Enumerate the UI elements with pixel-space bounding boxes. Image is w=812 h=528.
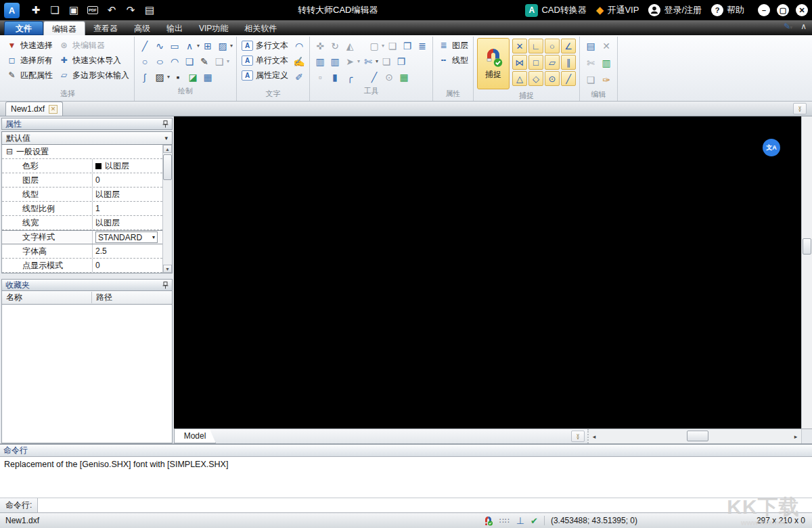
cad-converter-button[interactable]: A CAD转换器: [525, 4, 586, 17]
print-button[interactable]: ▤: [140, 2, 159, 18]
property-row-color[interactable]: 色彩 以图层: [2, 159, 162, 173]
vertical-scrollbar[interactable]: [801, 116, 812, 428]
login-button[interactable]: 登录/注册: [648, 4, 702, 16]
model-tab[interactable]: Model: [174, 429, 216, 443]
mtext-button[interactable]: A多行文本: [240, 38, 290, 53]
property-row-lineweight[interactable]: 线宽 以图层: [2, 216, 162, 230]
pin-icon[interactable]: [162, 282, 168, 289]
property-row-layer[interactable]: 图层 0: [2, 173, 162, 188]
vip-button[interactable]: ◆ 开通VIP: [596, 4, 639, 16]
trim-dropdown[interactable]: ▾: [376, 58, 378, 64]
scroll-left-icon[interactable]: ◂: [589, 433, 600, 440]
file-menu-button[interactable]: 文件: [4, 21, 43, 35]
pin-icon[interactable]: [162, 120, 168, 128]
arc-tool-button[interactable]: ◠: [168, 55, 181, 68]
property-row-point-mode[interactable]: 点显示模式 0: [2, 259, 162, 273]
snap-tangent-button[interactable]: ⊙: [545, 71, 560, 86]
match-properties-button[interactable]: ✎匹配属性: [5, 68, 54, 83]
sketch-tool-button[interactable]: ∿: [153, 39, 166, 53]
horizontal-scroll-thumb[interactable]: [687, 431, 708, 441]
hatch-tool-button[interactable]: ▨: [153, 70, 166, 84]
snap-angle-button[interactable]: ∠: [561, 39, 576, 53]
layout-chevron-button[interactable]: ∨∨: [571, 431, 585, 442]
tab-editor[interactable]: 编辑器: [43, 21, 85, 35]
line-tool-button[interactable]: ╱: [138, 39, 152, 53]
paste-button[interactable]: ▤: [584, 39, 597, 53]
tab-vip[interactable]: VIP功能: [191, 21, 236, 35]
polygon-entity-input-button[interactable]: ▱多边形实体输入: [57, 68, 131, 83]
rectangle-tool-button[interactable]: ▭: [168, 39, 181, 53]
grid-status-icon[interactable]: ∷∷: [499, 516, 510, 525]
tab-related[interactable]: 相关软件: [236, 21, 285, 35]
favorites-col-path[interactable]: 路径: [92, 292, 112, 303]
edit-text-button[interactable]: ✍: [292, 55, 306, 68]
scroll-up-icon[interactable]: ▲: [163, 145, 172, 153]
scroll-thumb[interactable]: [163, 154, 172, 180]
snap-parallel-button[interactable]: ∥: [561, 55, 576, 70]
snap-toggle-button[interactable]: 捕捉: [477, 38, 510, 89]
add-layer-button[interactable]: ▦: [397, 70, 411, 84]
tray-button-2[interactable]: ▥: [328, 55, 342, 68]
cursor-dropdown[interactable]: ▾: [357, 58, 360, 64]
insert-block-button[interactable]: ⊞: [201, 39, 215, 53]
ortho-status-icon[interactable]: ⊥: [516, 515, 524, 526]
scroll-right-icon[interactable]: ▸: [790, 433, 801, 440]
redo-button[interactable]: ↷: [121, 2, 140, 18]
ellipse-tool-button[interactable]: ○: [153, 55, 166, 68]
group-tool-button[interactable]: ❑: [212, 55, 226, 68]
trim-tool-button[interactable]: ✄: [361, 55, 375, 68]
properties-scrollbar[interactable]: ▲ ▼: [162, 145, 172, 273]
quick-edit-button[interactable]: ✎▾: [784, 22, 792, 31]
favorites-list[interactable]: [1, 305, 173, 443]
delete-button[interactable]: ✕: [600, 39, 613, 53]
snap-polygon-button[interactable]: ▱: [545, 55, 560, 70]
spline-tool-button[interactable]: ∫: [138, 70, 152, 84]
snap-nearest-button[interactable]: ╱: [561, 71, 576, 86]
property-row-linetype[interactable]: 线型 以图层: [2, 188, 162, 202]
snap-endpoint-button[interactable]: □: [528, 55, 543, 70]
snap-quadrant-button[interactable]: ◇: [528, 71, 543, 86]
fillet-tool-button[interactable]: ╭: [343, 70, 357, 84]
boundary-dropdown[interactable]: ▾: [230, 43, 233, 49]
open-file-button[interactable]: ❏: [45, 2, 64, 18]
undo-button[interactable]: ↶: [102, 2, 121, 18]
select-all-button[interactable]: ◻选择所有: [5, 53, 54, 68]
snap-perpendicular-button[interactable]: ∟: [528, 39, 543, 53]
property-row-linetype-scale[interactable]: 线型比例 1: [2, 202, 162, 216]
copy-button[interactable]: ❏: [584, 73, 597, 87]
property-row-font-height[interactable]: 字体高 2.5: [2, 244, 162, 259]
minimize-button[interactable]: –: [758, 4, 770, 16]
align-button[interactable]: ≣: [415, 39, 429, 53]
external-ref-button[interactable]: ❐: [401, 39, 414, 53]
external-ref-button-2[interactable]: ❐: [394, 55, 408, 68]
circles-tool-button[interactable]: ⊙: [382, 70, 396, 84]
collapse-icon[interactable]: ⊟: [6, 147, 13, 156]
table-tool-button[interactable]: ▦: [201, 70, 215, 84]
scale-tool-button[interactable]: ▢: [367, 39, 381, 53]
snap-status-icon[interactable]: [483, 516, 493, 526]
block-editor-button[interactable]: ⊛块编辑器: [57, 38, 131, 53]
cut-button[interactable]: ✄: [584, 56, 597, 70]
copy-entities-button[interactable]: ❏: [386, 39, 399, 53]
group-dropdown[interactable]: ▾: [227, 58, 229, 64]
tray-button-1[interactable]: ▥: [313, 55, 327, 68]
tab-advanced[interactable]: 高级: [126, 21, 158, 35]
restore-button[interactable]: ▢: [777, 4, 789, 16]
vertical-scroll-thumb[interactable]: [803, 238, 811, 255]
snap-midpoint-button[interactable]: △: [512, 71, 527, 86]
purge-button[interactable]: ✑: [600, 73, 613, 87]
tab-output[interactable]: 输出: [158, 21, 191, 35]
collapse-ribbon-button[interactable]: ∧: [800, 22, 807, 31]
edit-attribute-button[interactable]: ✐: [292, 70, 306, 84]
horizontal-scrollbar[interactable]: ◂ ▸: [587, 429, 801, 443]
offset-tool-button[interactable]: ▮: [328, 70, 342, 84]
copy-entities-button-2[interactable]: ❏: [380, 55, 393, 68]
new-file-button[interactable]: ✚: [26, 2, 45, 18]
rotate-tool-button[interactable]: ↻: [328, 39, 342, 53]
move-tool-button[interactable]: ✜: [313, 39, 327, 53]
tab-viewer[interactable]: 查看器: [85, 21, 126, 35]
paste-special-button[interactable]: ▥: [600, 56, 613, 70]
translate-button[interactable]: 文A: [763, 139, 780, 156]
hatch-dropdown[interactable]: ▾: [167, 74, 170, 80]
osnap-status-icon[interactable]: ✔: [531, 516, 538, 526]
